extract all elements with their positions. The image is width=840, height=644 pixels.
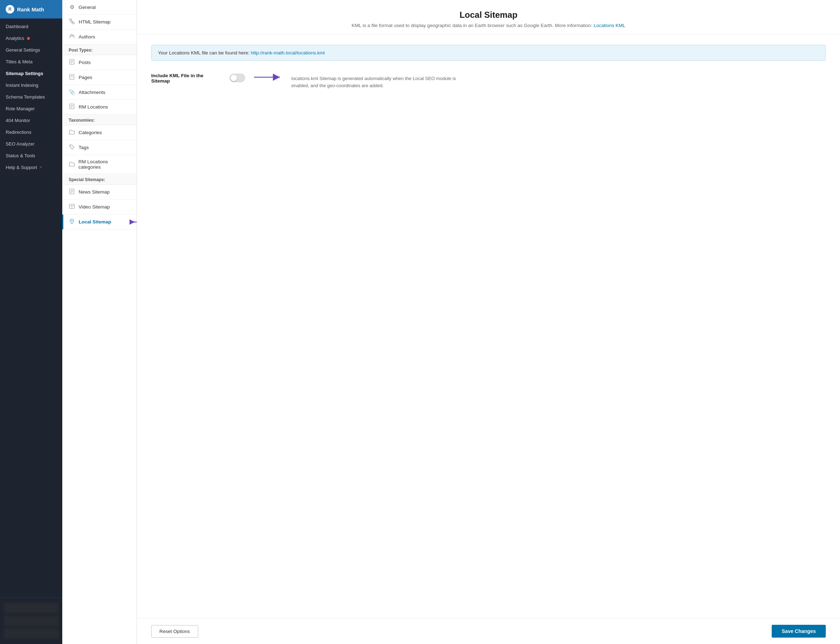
sidebar-item-titles-meta[interactable]: Titles & Meta — [0, 56, 62, 67]
sub-sidebar-item-label: Local Sitemap — [79, 219, 112, 225]
app-name: Rank Math — [17, 7, 44, 12]
sidebar-item-label: Dashboard — [6, 24, 28, 29]
reset-options-button[interactable]: Reset Options — [151, 625, 198, 637]
sidebar-nav: Dashboard Analytics General Settings Tit… — [0, 18, 62, 597]
local-sitemap-arrow-annotation — [130, 217, 137, 227]
logo-icon: R — [6, 5, 14, 13]
sub-sidebar-item-label: Categories — [79, 130, 102, 135]
setting-label-include-kml: Include KML File in the Sitemap — [151, 72, 230, 84]
content-header: Local Sitemap KML is a file format used … — [137, 0, 840, 34]
sidebar-item-label: Sitemap Settings — [6, 71, 43, 76]
sidebar-item-label: Redirections — [6, 130, 31, 135]
main-content: Local Sitemap KML is a file format used … — [137, 0, 840, 644]
sub-sidebar-item-general[interactable]: ⚙ General — [62, 0, 137, 15]
sub-sidebar-item-local-sitemap[interactable]: Local Sitemap — [62, 215, 137, 230]
sub-sidebar-section-special-sitemaps: Special Sitemaps: — [62, 174, 137, 185]
tags-icon — [69, 144, 75, 151]
sidebar-blurred-3 — [3, 628, 59, 639]
sidebar-bottom — [0, 597, 62, 644]
sidebar-item-label: Analytics — [6, 36, 24, 41]
sub-sidebar-item-rm-locations-categories[interactable]: RM Locations categories — [62, 155, 137, 174]
posts-icon — [69, 59, 75, 66]
svg-point-6 — [72, 35, 74, 36]
sidebar-item-label: Schema Templates — [6, 94, 45, 100]
sidebar-item-role-manager[interactable]: Role Manager — [0, 103, 62, 115]
sub-sidebar-section-post-types: Post Types: — [62, 44, 137, 55]
sidebar-item-label: Help & Support — [6, 165, 37, 170]
sub-sidebar-item-news-sitemap[interactable]: News Sitemap — [62, 185, 137, 200]
authors-icon — [69, 33, 75, 40]
sidebar-item-label: Titles & Meta — [6, 59, 32, 64]
page-title: Local Sitemap — [151, 10, 826, 20]
sub-sidebar-item-label: Attachments — [79, 90, 105, 95]
sub-sidebar-item-label: News Sitemap — [79, 189, 110, 195]
rm-locations-icon — [69, 104, 75, 110]
sub-sidebar-item-label: RM Locations categories — [79, 159, 130, 170]
categories-icon — [69, 129, 75, 136]
toggle-knob — [231, 75, 237, 81]
sidebar-item-redirections[interactable]: Redirections — [0, 127, 62, 138]
app-logo[interactable]: R Rank Math — [0, 0, 62, 18]
sub-sidebar-item-authors[interactable]: Authors — [62, 30, 137, 44]
sidebar-blurred-1 — [3, 603, 59, 613]
news-sitemap-icon — [69, 189, 75, 196]
sidebar-item-status-tools[interactable]: Status & Tools — [0, 150, 62, 161]
sub-sidebar-item-html-sitemap[interactable]: HTML Sitemap — [62, 15, 137, 30]
sidebar-item-dashboard[interactable]: Dashboard — [0, 21, 62, 32]
sidebar: R Rank Math Dashboard Analytics General … — [0, 0, 62, 644]
setting-description-include-kml: locations.kml Sitemap is generated autom… — [291, 74, 462, 89]
sidebar-item-404-monitor[interactable]: 404 Monitor — [0, 115, 62, 127]
sidebar-blurred-2 — [3, 616, 59, 626]
sub-sidebar-item-label: Video Sitemap — [79, 204, 110, 210]
sidebar-item-analytics[interactable]: Analytics — [0, 32, 62, 44]
gear-icon: ⚙ — [69, 4, 75, 10]
sub-sidebar-item-video-sitemap[interactable]: Video Sitemap — [62, 200, 137, 215]
sub-sidebar-item-label: RM Locations — [79, 104, 108, 110]
content-body: Your Locations KML file can be found her… — [137, 34, 840, 618]
sub-sidebar-item-label: Tags — [79, 145, 89, 150]
video-sitemap-icon — [69, 204, 75, 210]
svg-point-26 — [72, 220, 72, 221]
svg-rect-2 — [72, 22, 74, 24]
sidebar-item-seo-analyzer[interactable]: SEO Analyzer — [0, 138, 62, 150]
sidebar-item-help-support[interactable]: Help & Support ↗ — [0, 161, 62, 173]
page-description: KML is a file format used to display geo… — [151, 23, 826, 28]
setting-control-include-kml: locations.kml Sitemap is generated autom… — [230, 72, 462, 89]
analytics-badge — [27, 37, 30, 40]
sub-sidebar-item-label: Posts — [79, 60, 91, 65]
svg-rect-0 — [69, 19, 72, 20]
sidebar-item-label: Instant Indexing — [6, 82, 38, 88]
sidebar-item-label: 404 Monitor — [6, 118, 30, 123]
sub-sidebar-item-label: General — [79, 5, 96, 10]
sidebar-item-general-settings[interactable]: General Settings — [0, 44, 62, 56]
local-sitemap-icon — [69, 219, 75, 225]
sub-sidebar-item-rm-locations[interactable]: RM Locations — [62, 100, 137, 115]
sidebar-item-label: Role Manager — [6, 106, 35, 112]
sub-sidebar-item-categories[interactable]: Categories — [62, 125, 137, 140]
html-sitemap-icon — [69, 18, 75, 25]
main-area: ⚙ General HTML Sitemap — [62, 0, 840, 644]
sub-sidebar: ⚙ General HTML Sitemap — [62, 0, 137, 644]
kml-file-link[interactable]: http://rank-math.local/locations.kml — [251, 50, 325, 56]
save-changes-button[interactable]: Save Changes — [772, 625, 826, 637]
svg-point-5 — [71, 34, 72, 36]
sub-sidebar-item-label: Authors — [79, 34, 95, 39]
sidebar-item-instant-indexing[interactable]: Instant Indexing — [0, 79, 62, 91]
sub-sidebar-item-attachments[interactable]: 📎 Attachments — [62, 85, 137, 100]
include-kml-toggle[interactable] — [230, 74, 245, 82]
sidebar-item-schema-templates[interactable]: Schema Templates — [0, 91, 62, 103]
sub-sidebar-item-tags[interactable]: Tags — [62, 140, 137, 155]
pages-icon — [69, 74, 75, 81]
description-link[interactable]: Locations KML — [594, 23, 625, 28]
sidebar-item-sitemap-settings[interactable]: Sitemap Settings — [0, 67, 62, 79]
sidebar-item-label: Status & Tools — [6, 153, 35, 158]
sub-sidebar-item-posts[interactable]: Posts — [62, 55, 137, 70]
sub-sidebar-item-label: Pages — [79, 75, 92, 80]
attachments-icon: 📎 — [69, 89, 75, 95]
sidebar-item-label: General Settings — [6, 47, 40, 53]
rm-loc-categories-icon — [69, 161, 75, 168]
sub-sidebar-item-label: HTML Sitemap — [79, 19, 111, 25]
toggle-arrow-annotation — [252, 72, 284, 84]
sub-sidebar-item-pages[interactable]: Pages — [62, 70, 137, 85]
setting-row-include-kml: Include KML File in the Sitemap — [151, 72, 826, 89]
